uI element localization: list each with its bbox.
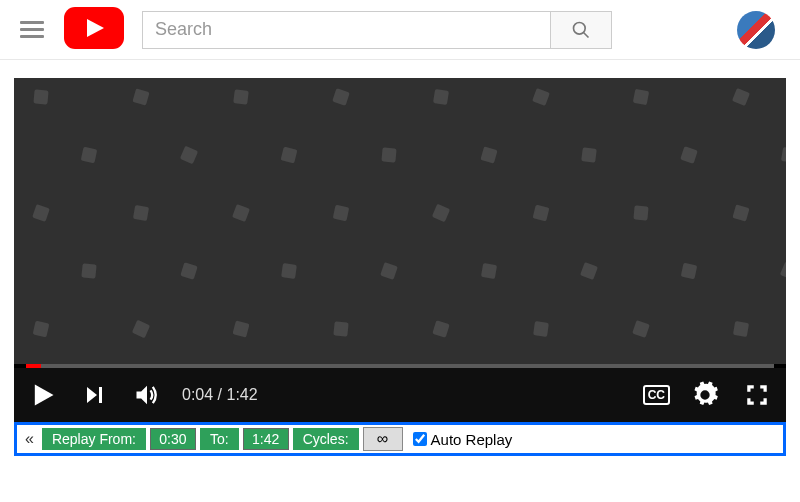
background-diamond bbox=[333, 321, 348, 336]
background-diamond bbox=[533, 205, 550, 222]
menu-icon[interactable] bbox=[20, 18, 44, 42]
svg-marker-7 bbox=[137, 386, 148, 405]
duration: 1:42 bbox=[226, 386, 257, 403]
progress-bar[interactable] bbox=[26, 364, 774, 368]
background-diamond bbox=[480, 146, 497, 163]
next-button[interactable] bbox=[78, 378, 112, 412]
header bbox=[0, 0, 800, 60]
avatar[interactable] bbox=[737, 11, 775, 49]
current-time: 0:04 bbox=[182, 386, 213, 403]
background-diamond bbox=[432, 320, 449, 337]
background-diamond bbox=[680, 146, 698, 164]
search-box bbox=[142, 11, 612, 49]
background-diamond bbox=[380, 262, 398, 280]
replay-bar: « Replay From: To: Cycles: Auto Replay bbox=[14, 422, 786, 456]
play-button[interactable] bbox=[26, 378, 60, 412]
background-diamond bbox=[180, 146, 198, 164]
background-diamond bbox=[333, 205, 350, 222]
svg-marker-4 bbox=[35, 385, 54, 406]
cycles-input[interactable] bbox=[363, 427, 403, 451]
background-diamond bbox=[32, 204, 50, 222]
background-diamond bbox=[732, 204, 749, 221]
background-diamond bbox=[133, 205, 149, 221]
background-diamond bbox=[233, 89, 249, 105]
captions-button[interactable]: CC bbox=[643, 385, 670, 405]
fullscreen-button[interactable] bbox=[740, 378, 774, 412]
background-diamond bbox=[180, 262, 197, 279]
background-diamond bbox=[33, 89, 48, 104]
background-diamond bbox=[581, 147, 597, 163]
auto-replay-toggle[interactable]: Auto Replay bbox=[413, 431, 513, 448]
auto-replay-label: Auto Replay bbox=[431, 431, 513, 448]
settings-button[interactable] bbox=[688, 378, 722, 412]
svg-line-3 bbox=[584, 32, 589, 37]
background-diamond bbox=[533, 321, 549, 337]
background-diamond bbox=[81, 263, 96, 278]
svg-point-2 bbox=[574, 22, 586, 34]
collapse-button[interactable]: « bbox=[21, 430, 38, 448]
background-diamond bbox=[780, 262, 786, 280]
cycles-label: Cycles: bbox=[293, 428, 359, 450]
background-diamond bbox=[132, 88, 149, 105]
video-player: 0:04 / 1:42 CC bbox=[0, 78, 800, 422]
background-diamond bbox=[633, 89, 649, 105]
search-button[interactable] bbox=[550, 11, 612, 49]
progress-played bbox=[26, 364, 41, 368]
replay-to-label: To: bbox=[200, 428, 239, 450]
background-diamond bbox=[132, 320, 150, 338]
search-input[interactable] bbox=[142, 11, 550, 49]
auto-replay-checkbox[interactable] bbox=[413, 432, 427, 446]
replay-to-input[interactable] bbox=[243, 428, 289, 450]
time-display: 0:04 / 1:42 bbox=[182, 386, 258, 404]
background-diamond bbox=[81, 147, 98, 164]
background-diamond bbox=[381, 147, 396, 162]
background-diamond bbox=[33, 321, 50, 338]
background-diamond bbox=[281, 263, 297, 279]
background-diamond bbox=[332, 88, 350, 106]
background-diamond bbox=[580, 262, 598, 280]
gear-icon bbox=[691, 381, 719, 409]
background-diamond bbox=[733, 321, 749, 337]
replay-from-label: Replay From: bbox=[42, 428, 146, 450]
svg-marker-5 bbox=[87, 387, 97, 403]
svg-rect-6 bbox=[99, 387, 102, 403]
background-diamond bbox=[532, 88, 550, 106]
background-diamond bbox=[732, 88, 750, 106]
video-surface[interactable] bbox=[14, 78, 786, 364]
background-diamond bbox=[632, 320, 650, 338]
background-diamond bbox=[433, 89, 449, 105]
background-diamond bbox=[633, 205, 648, 220]
replay-from-input[interactable] bbox=[150, 428, 196, 450]
background-diamond bbox=[232, 320, 249, 337]
background-diamond bbox=[281, 147, 298, 164]
background-diamond bbox=[681, 263, 698, 280]
youtube-logo[interactable] bbox=[64, 7, 124, 53]
player-controls: 0:04 / 1:42 CC bbox=[14, 368, 786, 422]
background-diamond bbox=[481, 263, 497, 279]
background-diamond bbox=[232, 204, 250, 222]
volume-button[interactable] bbox=[130, 378, 164, 412]
search-icon bbox=[571, 20, 591, 40]
background-diamond bbox=[781, 147, 786, 163]
background-diamond bbox=[432, 204, 450, 222]
